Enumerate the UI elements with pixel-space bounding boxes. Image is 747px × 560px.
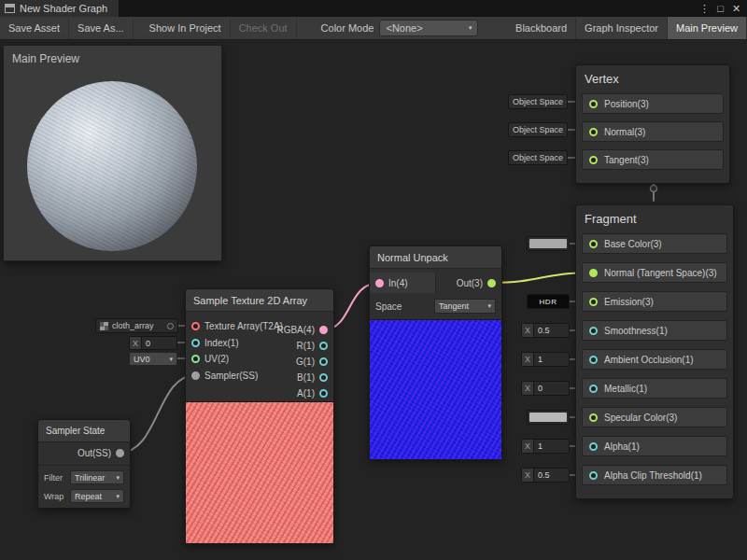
block-normal[interactable]: Normal(3) [582, 121, 724, 142]
block-ambient-occlusion[interactable]: Ambient Occlusion(1) [582, 349, 727, 370]
field-value[interactable]: 0 [534, 384, 569, 393]
port-rgba-output[interactable] [319, 326, 328, 334]
port-row-out: Out(3) [436, 273, 501, 293]
port-texture-array-input[interactable] [191, 322, 200, 330]
port-label: Out(3) [457, 278, 483, 288]
sample-node-title: Sample Texture 2D Array [186, 289, 333, 312]
window-controls: ⋮ □ ✕ [697, 0, 747, 17]
port-ambient-occlusion-input[interactable] [589, 356, 598, 364]
port-metallic-input[interactable] [589, 385, 598, 393]
port-emission-input[interactable] [589, 298, 598, 306]
cloth-array-field[interactable]: cloth_array [95, 318, 178, 333]
field-value[interactable]: 1 [534, 441, 569, 451]
block-alpha[interactable]: Alpha(1) [582, 436, 727, 456]
texture-name: cloth_array [112, 321, 163, 330]
block-specular-color[interactable]: Specular Color(3) [582, 407, 727, 427]
wrap-dropdown[interactable]: Repeat ▾ [70, 489, 124, 503]
port-base-color-input[interactable] [589, 240, 598, 248]
block-base-color[interactable]: Base Color(3) [582, 233, 727, 254]
port-label: R(1) [297, 341, 315, 351]
node-sampler-state[interactable]: Sampler State Out(SS) Filter Trilinear ▾… [37, 419, 131, 509]
shader-graph-tab[interactable]: New Shader Graph [0, 0, 119, 17]
node-vertex[interactable]: Vertex Position(3) Normal(3) Tangent(3) [575, 64, 730, 184]
object-picker-icon[interactable] [167, 323, 174, 329]
field-value[interactable]: 0 [142, 339, 176, 348]
hdr-badge: HDR [540, 298, 557, 306]
show-in-project-button[interactable]: Show In Project [141, 17, 231, 39]
port-in-input[interactable] [375, 279, 384, 287]
emission-hdr-field[interactable]: HDR [527, 294, 570, 309]
port-out-ss-output[interactable] [116, 449, 124, 457]
port-r-output[interactable] [319, 342, 328, 350]
main-preview-panel[interactable]: Main Preview [3, 45, 222, 261]
port-position-input[interactable] [589, 100, 598, 108]
filter-dropdown[interactable]: Trilinear ▾ [70, 470, 124, 484]
node-fragment[interactable]: Fragment Base Color(3) Normal (Tangent S… [575, 204, 734, 499]
port-index-input[interactable] [191, 339, 200, 347]
index-field[interactable]: X 0 [129, 336, 177, 350]
more-options-icon[interactable]: ⋮ [697, 0, 712, 17]
block-smoothness[interactable]: Smoothness(1) [582, 320, 727, 341]
maximize-icon[interactable]: □ [712, 0, 728, 17]
port-g-output[interactable] [319, 357, 328, 366]
port-specular-color-input[interactable] [589, 413, 598, 422]
object-space-widget-tangent[interactable]: Object Space [508, 150, 568, 165]
port-smoothness-input[interactable] [589, 327, 598, 335]
port-normal-input[interactable] [589, 128, 598, 136]
color-mode-dropdown[interactable]: <None> ▾ [379, 20, 478, 36]
smoothness-field[interactable]: X 0.5 [521, 323, 570, 338]
graph-canvas[interactable]: Main Preview Vertex Position(3) Normal(3… [0, 40, 747, 560]
port-sampler-input[interactable] [191, 371, 200, 380]
blackboard-button[interactable]: Blackboard [507, 17, 576, 39]
port-uv-input[interactable] [191, 355, 200, 363]
save-asset-button[interactable]: Save Asset [0, 17, 69, 39]
alpha-clip-threshold-field[interactable]: X 0.5 [521, 468, 570, 483]
chevron-down-icon: ▾ [487, 302, 491, 310]
block-position[interactable]: Position(3) [582, 93, 724, 114]
alpha-field[interactable]: X 1 [521, 439, 570, 454]
port-b-output[interactable] [319, 373, 328, 382]
graph-inspector-button[interactable]: Graph Inspector [576, 17, 668, 39]
node-normal-unpack[interactable]: Normal Unpack In(4) Out(3) Space Tangent… [369, 245, 502, 460]
uv-channel-dropdown[interactable]: UV0 ▾ [129, 352, 177, 366]
field-value[interactable]: 0.5 [534, 326, 569, 335]
space-dropdown[interactable]: Tangent ▾ [434, 299, 496, 314]
port-alpha-clip-input[interactable] [589, 471, 598, 480]
vertex-fragment-connector-dot [651, 186, 657, 192]
port-label: Index(1) [204, 338, 239, 348]
main-preview-button[interactable]: Main Preview [668, 17, 747, 39]
port-label: In(4) [388, 278, 408, 288]
axis-label: X [522, 324, 534, 337]
edge-samplerstate-to-sampler[interactable] [120, 375, 195, 453]
main-preview-title[interactable]: Main Preview [4, 46, 221, 72]
node-sample-texture-2d-array[interactable]: Sample Texture 2D Array Texture Array(T2… [185, 288, 334, 544]
object-space-widget-normal[interactable]: Object Space [508, 122, 568, 137]
port-alpha-input[interactable] [589, 442, 598, 451]
block-alpha-clip-threshold[interactable]: Alpha Clip Threshold(1) [582, 465, 727, 485]
base-color-swatch[interactable] [527, 236, 570, 251]
port-out-output[interactable] [487, 279, 496, 287]
save-as-button[interactable]: Save As... [69, 17, 134, 39]
port-row-index: Index(1) [191, 336, 239, 349]
vertex-node-title: Vertex [576, 65, 729, 91]
object-space-widget-position[interactable]: Object Space [508, 94, 568, 109]
port-normal-tangent-input[interactable] [589, 269, 598, 277]
close-icon[interactable]: ✕ [728, 0, 744, 17]
color-mode-label: Color Mode [297, 17, 380, 39]
ambient-occlusion-field[interactable]: X 1 [521, 352, 570, 367]
block-normal-tangent-space[interactable]: Normal (Tangent Space)(3) [582, 262, 727, 283]
block-metallic[interactable]: Metallic(1) [582, 378, 727, 399]
block-emission[interactable]: Emission(3) [582, 291, 727, 312]
port-a-output[interactable] [319, 389, 328, 398]
block-tangent[interactable]: Tangent(3) [582, 149, 724, 170]
port-tangent-input[interactable] [589, 156, 598, 164]
block-label: Specular Color(3) [604, 413, 677, 423]
metallic-field[interactable]: X 0 [521, 381, 570, 396]
field-value[interactable]: 0.5 [534, 470, 569, 480]
specular-color-swatch[interactable] [527, 410, 570, 425]
color-mode-value: <None> [386, 22, 422, 34]
field-value[interactable]: 1 [534, 355, 569, 364]
wrap-row: Wrap Repeat ▾ [44, 489, 124, 503]
wrap-label: Wrap [44, 492, 63, 501]
object-space-label: Object Space [513, 153, 563, 162]
